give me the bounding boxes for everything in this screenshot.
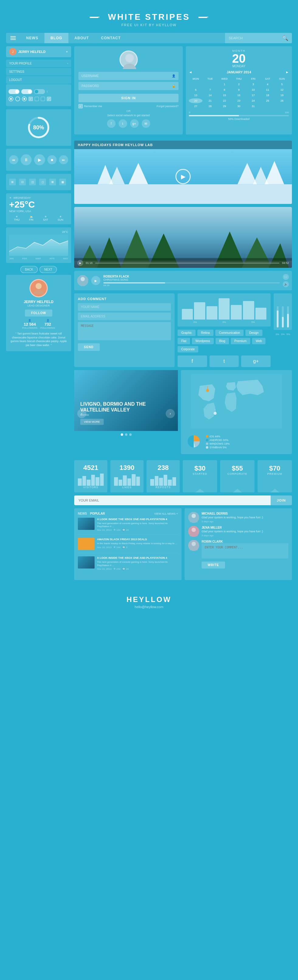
join-button[interactable]: JOIN xyxy=(271,495,292,505)
table-row[interactable]: 10 xyxy=(246,88,260,92)
table-row[interactable]: 16 xyxy=(232,93,246,98)
table-row[interactable]: 17 xyxy=(246,93,260,98)
checkbox-4[interactable]: ✓ xyxy=(47,97,51,101)
slider-2[interactable] xyxy=(282,306,284,328)
email-join-input[interactable] xyxy=(74,495,271,505)
table-row[interactable]: 30 xyxy=(232,104,246,109)
cal-next-button[interactable]: ► xyxy=(285,70,289,74)
music-volume-button[interactable]: 🔊 xyxy=(283,281,289,287)
table-row[interactable]: 14 xyxy=(203,93,217,98)
table-row[interactable]: 27 xyxy=(189,104,203,109)
table-row[interactable]: 20 xyxy=(189,98,203,103)
username-input[interactable] xyxy=(81,74,172,78)
forgot-password-link[interactable]: Forgot password? xyxy=(157,105,179,108)
radio-1[interactable] xyxy=(8,97,13,101)
video2-play-button[interactable]: ▶ xyxy=(77,260,83,266)
write-button[interactable]: WRITE xyxy=(201,562,225,568)
nav-item-news[interactable]: NEWS xyxy=(20,33,44,43)
toggle-3[interactable] xyxy=(34,89,45,94)
user-dropdown[interactable]: J JERRY HELFELD ▼ xyxy=(6,46,71,57)
grid-icon-1[interactable]: ⊞ xyxy=(9,179,16,185)
radio-2[interactable] xyxy=(15,97,20,101)
dot-3[interactable] xyxy=(129,433,132,436)
view-more-button[interactable]: VIEW MORE xyxy=(80,419,104,425)
comment-message-input[interactable] xyxy=(78,322,171,340)
table-row[interactable]: 29 xyxy=(218,104,231,109)
tag-graphic[interactable]: Graphic xyxy=(178,329,195,336)
comment-name-input[interactable] xyxy=(78,303,171,311)
facebook-share-button[interactable]: f xyxy=(178,355,207,367)
table-row[interactable]: 6 xyxy=(189,88,203,92)
carousel-next-button[interactable]: › xyxy=(166,409,175,418)
tab-news[interactable]: NEWS xyxy=(78,512,87,515)
music-play-btn[interactable]: ▶ xyxy=(91,276,100,285)
rss-login-icon[interactable]: ✉ xyxy=(142,119,150,128)
table-row[interactable]: 15 xyxy=(218,93,231,98)
radio-3[interactable] xyxy=(22,97,27,101)
table-row[interactable]: 31 xyxy=(246,104,260,109)
play-button-large[interactable]: ▶ xyxy=(176,169,191,184)
music-progress-bar[interactable] xyxy=(103,282,280,283)
table-row[interactable]: 19 xyxy=(275,93,289,98)
table-row[interactable]: 26 xyxy=(275,98,289,103)
play-button[interactable]: ▶ xyxy=(34,154,45,165)
tag-flat[interactable]: Flat xyxy=(178,338,190,344)
checkbox-1[interactable]: ✓ xyxy=(29,97,33,101)
slider-3[interactable] xyxy=(287,306,289,328)
next-button2[interactable]: NEXT xyxy=(40,266,57,273)
table-row[interactable]: 4 xyxy=(261,82,274,87)
grid-icon-4[interactable]: ◻ xyxy=(39,179,46,185)
tag-communication[interactable]: Communication xyxy=(215,329,244,336)
menu-item-logout[interactable]: LOGOUT xyxy=(6,76,71,84)
cal-prev-button[interactable]: ◄ xyxy=(189,70,192,74)
tag-design[interactable]: Design xyxy=(246,329,262,336)
tab-popular[interactable]: POPULAR xyxy=(90,512,105,515)
slider-1[interactable] xyxy=(277,306,279,328)
tag-wordpress[interactable]: Wordpress xyxy=(192,338,214,344)
twitter-login-icon[interactable]: t xyxy=(119,119,127,128)
table-row[interactable] xyxy=(203,82,217,87)
googleplus-login-icon[interactable]: g+ xyxy=(130,119,139,128)
comment-email-input[interactable] xyxy=(78,313,171,320)
carousel-prev-button[interactable]: ‹ xyxy=(77,409,86,418)
nav-item-blog[interactable]: BLOG xyxy=(44,33,68,43)
facebook-login-icon[interactable]: f xyxy=(107,119,116,128)
sign-in-button[interactable]: SIGN IN xyxy=(78,94,179,102)
table-row[interactable]: 5 xyxy=(275,82,289,87)
prev-button[interactable]: ⏮ xyxy=(9,155,18,164)
table-row[interactable]: 3 xyxy=(246,82,260,87)
table-row[interactable]: 2 xyxy=(232,82,246,87)
menu-item-settings[interactable]: SETTINGS xyxy=(6,68,71,75)
tag-web[interactable]: Web xyxy=(252,338,265,344)
toggle-1[interactable] xyxy=(8,89,19,94)
next-button[interactable]: ⏭ xyxy=(59,155,68,164)
music-fullscreen-button[interactable]: ⛶ xyxy=(283,274,289,280)
table-row[interactable]: 7 xyxy=(203,88,217,92)
table-row[interactable]: 9 xyxy=(232,88,246,92)
menu-icon-button[interactable] xyxy=(6,33,20,43)
checkbox-2[interactable] xyxy=(35,97,39,101)
nav-item-about[interactable]: ABOUT xyxy=(68,33,95,43)
password-field[interactable]: 🔒 xyxy=(78,82,179,90)
tag-blog[interactable]: Blog xyxy=(216,338,229,344)
nav-item-contact[interactable]: CONTACT xyxy=(95,33,127,43)
table-row[interactable]: 8 xyxy=(218,88,231,92)
table-row[interactable]: 11 xyxy=(261,88,274,92)
view-all-news-link[interactable]: VIEW ALL NEWS + xyxy=(154,512,178,515)
tag-retina[interactable]: Retina xyxy=(197,329,214,336)
seek-bar[interactable] xyxy=(95,262,280,264)
menu-item-profile[interactable]: YOUR PROFILE › xyxy=(6,60,71,67)
reply-textarea[interactable] xyxy=(201,543,288,558)
username-field[interactable]: 👤 xyxy=(78,72,179,80)
grid-icon-6[interactable]: ▦ xyxy=(59,179,66,185)
nav-search[interactable]: 🔍 xyxy=(225,33,292,43)
password-input[interactable] xyxy=(81,84,172,88)
table-row[interactable]: 28 xyxy=(203,104,217,109)
table-row[interactable]: 25 xyxy=(261,98,274,103)
follow-button[interactable]: FOLLOW xyxy=(25,310,52,317)
grid-icon-3[interactable]: ◫ xyxy=(29,179,36,185)
googleplus-share-button[interactable]: g+ xyxy=(241,355,271,367)
dot-2[interactable] xyxy=(125,433,127,436)
grid-icon-2[interactable]: ⊡ xyxy=(19,179,26,185)
table-row[interactable]: 12 xyxy=(275,88,289,92)
